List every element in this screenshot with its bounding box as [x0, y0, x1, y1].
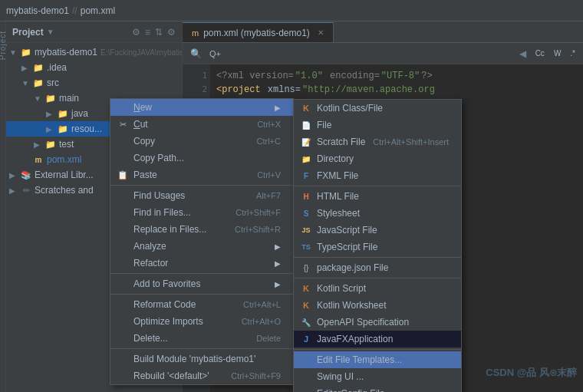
submenu-item-scratch[interactable]: 📝 Scratch File Ctrl+Alt+Shift+Insert [294, 133, 461, 150]
menu-item-replace[interactable]: Replace in Files... Ctrl+Shift+R [110, 221, 293, 238]
tab-close-button[interactable]: ✕ [318, 28, 324, 37]
menu-item-findusages[interactable]: Find Usages Alt+F7 [110, 187, 293, 204]
menu-sep [110, 185, 293, 186]
submenu-item-editorconfig[interactable]: EditorConfig File [294, 385, 461, 392]
menu-label: Copy Path... [133, 153, 281, 163]
editor-tab-pom[interactable]: m pom.xml (mybatis-demo1) ✕ [183, 22, 334, 42]
submenu-item-swing[interactable]: Swing UI ... [294, 368, 461, 385]
word-icon[interactable]: W [552, 48, 562, 59]
submenu-item-ts[interactable]: TS TypeScript File [294, 239, 461, 255]
optimize-icon [117, 315, 129, 328]
tree-item-idea[interactable]: ▶ 📁 .idea [6, 60, 182, 75]
menu-item-favorites[interactable]: Add to Favorites ▶ [110, 275, 293, 292]
settings-icon[interactable]: ⚙ [167, 27, 176, 38]
submenu-item-js[interactable]: JS JavaScript File [294, 222, 461, 239]
sort-icon[interactable]: ⇅ [155, 27, 163, 38]
submenu-item-packagejson[interactable]: {} package.json File [294, 259, 461, 276]
submenu-item-file[interactable]: 📄 File [294, 117, 461, 133]
tree-arrow: ▶ [46, 110, 57, 118]
submenu-item-openapi[interactable]: 🔧 OpenAPI Specification [294, 314, 461, 331]
kotlin-icon: K [300, 102, 312, 114]
tree-label: main [59, 93, 79, 104]
tree-arrow: ▶ [21, 156, 32, 164]
submenu-sep [294, 186, 461, 186]
menu-item-new[interactable]: New ▶ K Kotlin Class/File 📄 File 📝 Scrat… [110, 99, 293, 116]
submenu-item-kotlin-class[interactable]: K Kotlin Class/File [294, 100, 461, 117]
menu-item-build[interactable]: Build Module 'mybatis-demo1' [110, 351, 293, 367]
submenu-item-kotlin-script[interactable]: K Kotlin Script [294, 280, 461, 297]
tab-label: pom.xml (mybatis-demo1) [203, 28, 310, 38]
new-icon [117, 101, 129, 114]
java-folder-icon: 📁 [57, 107, 69, 120]
lib-icon: 📚 [20, 169, 32, 181]
javafx-icon: J [300, 333, 312, 345]
fxml-icon: F [300, 170, 312, 182]
project-header-arrow[interactable]: ▼ [47, 28, 54, 36]
folder-icon: 📁 [32, 61, 44, 74]
menu-item-delete[interactable]: Delete... Delete [110, 330, 293, 347]
menu-shortcut: Delete [256, 334, 281, 343]
title-bar: mybatis-demo1 // pom.xml [0, 0, 583, 21]
html-icon: H [300, 190, 312, 203]
cut-icon: ✂ [117, 118, 129, 130]
submenu-label: OpenAPI Specification [317, 317, 449, 328]
menu-item-refactor[interactable]: Refactor ▶ [110, 255, 293, 272]
menu-item-reformat[interactable]: Reformat Code Ctrl+Alt+L [110, 296, 293, 313]
menu-item-analyze[interactable]: Analyze ▶ [110, 238, 293, 255]
tree-label-scratches: Scratches and [35, 185, 94, 196]
tree-label: pom.xml [47, 154, 81, 165]
dir-icon: 📁 [300, 153, 312, 165]
title-sep: // [72, 5, 77, 16]
submenu-label: JavaFXApplication [317, 334, 449, 344]
submenu-label: File [317, 120, 449, 130]
regex-icon[interactable]: .* [568, 48, 577, 59]
menu-item-rebuild[interactable]: Rebuild '<default>' Ctrl+Shift+F9 [110, 367, 293, 384]
submenu-label: package.json File [317, 262, 449, 273]
scratch-icon: ✏ [20, 184, 32, 196]
project-header-title: Project [12, 27, 44, 38]
tree-label: java [71, 108, 88, 119]
find-icon [117, 189, 129, 202]
tree-item-src[interactable]: ▼ 📁 src [6, 75, 182, 91]
copy-icon [117, 135, 129, 147]
submenu: K Kotlin Class/File 📄 File 📝 Scratch Fil… [293, 99, 462, 392]
menu-item-copy[interactable]: Copy Ctrl+C [110, 133, 293, 150]
submenu-item-stylesheet[interactable]: S Stylesheet [294, 205, 461, 222]
tree-label: resou... [71, 124, 102, 134]
prev-icon[interactable]: ◀ [518, 47, 528, 61]
gear-icon[interactable]: ⚙ [132, 27, 140, 38]
submenu-item-edit-templates[interactable]: Edit File Templates... [294, 351, 461, 368]
menu-shortcut: Alt+F7 [256, 191, 281, 200]
tree-item-root[interactable]: ▼ 📁 mybatis-demo1 E:\FuckingJAVA\mybatis… [6, 44, 182, 60]
folder-icon: 📁 [44, 92, 57, 104]
search-icon[interactable]: 🔍 [189, 47, 203, 61]
submenu-label: JavaScript File [317, 225, 449, 236]
submenu-item-javafx[interactable]: J JavaFXApplication [294, 331, 461, 348]
ts-icon: TS [300, 241, 312, 253]
submenu-sep [294, 257, 461, 258]
menu-sep [110, 348, 293, 349]
build-icon [117, 353, 129, 365]
submenu-label: FXML File [317, 170, 449, 181]
menu-shortcut: Ctrl+Alt+L [243, 300, 281, 309]
submenu-label: Edit File Templates... [317, 354, 449, 365]
project-header-icons: ⚙ ≡ ⇅ ⚙ [132, 27, 176, 38]
reformat-icon [117, 298, 129, 311]
submenu-item-directory[interactable]: 📁 Directory [294, 150, 461, 167]
list-icon[interactable]: ≡ [145, 27, 150, 38]
case-icon[interactable]: Cc [534, 48, 546, 59]
menu-label: Delete... [133, 333, 241, 344]
submenu-label: Swing UI ... [317, 371, 449, 382]
submenu-arrow: ▶ [275, 242, 281, 251]
submenu-label: TypeScript File [317, 242, 449, 252]
submenu-item-kotlin-worksheet[interactable]: K Kotlin Worksheet [294, 297, 461, 314]
src-folder-icon: 📁 [32, 77, 44, 89]
menu-item-findinfiles[interactable]: Find in Files... Ctrl+Shift+F [110, 204, 293, 221]
submenu-item-fxml[interactable]: F FXML File [294, 167, 461, 184]
submenu-item-html[interactable]: H HTML File [294, 188, 461, 205]
menu-item-copypath[interactable]: Copy Path... [110, 150, 293, 166]
menu-item-optimize[interactable]: Optimize Imports Ctrl+Alt+O [110, 313, 293, 330]
menu-item-cut[interactable]: ✂ Cut Ctrl+X [110, 116, 293, 133]
menu-label: Cut [133, 119, 242, 130]
menu-item-paste[interactable]: 📋 Paste Ctrl+V [110, 166, 293, 183]
